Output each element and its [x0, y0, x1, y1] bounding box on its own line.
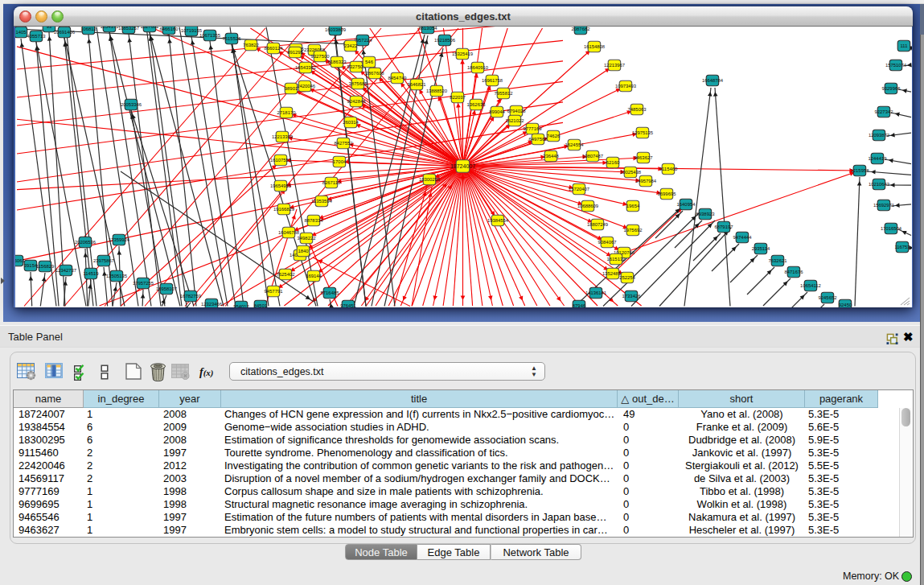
- svg-text:12213309: 12213309: [272, 134, 293, 139]
- svg-text:16154808: 16154808: [584, 44, 606, 49]
- svg-text:14136141: 14136141: [585, 290, 606, 295]
- svg-text:822037: 822037: [450, 95, 466, 100]
- svg-text:2867608: 2867608: [366, 71, 385, 76]
- svg-text:546: 546: [365, 60, 374, 64]
- svg-text:8878334: 8878334: [305, 218, 324, 223]
- svg-text:1733426: 1733426: [622, 294, 642, 299]
- svg-text:1362635: 1362635: [467, 102, 487, 107]
- svg-text:6466160: 6466160: [160, 27, 179, 31]
- svg-text:16648784: 16648784: [702, 78, 724, 83]
- svg-text:19166829: 19166829: [273, 207, 294, 212]
- svg-text:10807487: 10807487: [582, 154, 603, 159]
- svg-text:106812: 106812: [80, 27, 97, 31]
- svg-text:10654112: 10654112: [800, 283, 821, 288]
- svg-text:15720407: 15720407: [569, 187, 589, 192]
- svg-text:116753: 116753: [894, 245, 910, 249]
- svg-text:1975692: 1975692: [624, 228, 643, 233]
- svg-text:114519: 114519: [83, 271, 98, 276]
- svg-text:16782759: 16782759: [180, 294, 201, 299]
- svg-text:10958107: 10958107: [156, 286, 177, 291]
- svg-text:2718170: 2718170: [277, 110, 297, 115]
- svg-text:8938923: 8938923: [696, 212, 716, 216]
- svg-text:12505135: 12505135: [106, 274, 128, 278]
- svg-text:10025438: 10025438: [620, 170, 642, 175]
- svg-text:9242848: 9242848: [347, 99, 367, 104]
- svg-text:9227342: 9227342: [875, 109, 893, 114]
- svg-text:10688609: 10688609: [577, 204, 598, 208]
- svg-text:18807249: 18807249: [587, 222, 608, 227]
- svg-text:111: 111: [901, 43, 908, 48]
- svg-text:2087682: 2087682: [572, 27, 590, 31]
- svg-text:12213967: 12213967: [604, 63, 625, 68]
- svg-text:16033809: 16033809: [325, 27, 346, 32]
- svg-text:2935114: 2935114: [752, 246, 770, 251]
- svg-text:18300295: 18300295: [419, 177, 441, 182]
- svg-text:9115460: 9115460: [659, 167, 678, 171]
- svg-text:7515526: 7515526: [223, 36, 242, 41]
- svg-text:3875685: 3875685: [349, 81, 368, 86]
- svg-text:1621022: 1621022: [506, 118, 524, 123]
- svg-text:8427552: 8427552: [335, 141, 353, 146]
- svg-text:4055713: 4055713: [27, 34, 47, 39]
- svg-text:16107553: 16107553: [270, 158, 292, 163]
- svg-text:16961758: 16961758: [482, 78, 503, 83]
- svg-text:19654955: 19654955: [270, 183, 292, 188]
- svg-text:6794028: 6794028: [507, 109, 527, 113]
- svg-text:1215958: 1215958: [851, 168, 870, 173]
- svg-text:954012: 954012: [233, 304, 249, 307]
- svg-text:899044: 899044: [489, 109, 505, 114]
- svg-text:8471676: 8471676: [785, 270, 804, 274]
- svg-text:19654: 19654: [626, 204, 640, 208]
- svg-text:10210643: 10210643: [869, 182, 890, 187]
- svg-text:23422: 23422: [344, 43, 357, 48]
- svg-text:8267110: 8267110: [322, 180, 341, 185]
- svg-text:15325419: 15325419: [452, 51, 473, 56]
- svg-text:20206536: 20206536: [75, 240, 97, 245]
- svg-text:9699695: 9699695: [658, 192, 677, 196]
- svg-text:1405: 1405: [15, 30, 27, 35]
- svg-text:6497568: 6497568: [529, 137, 548, 142]
- svg-text:8660124: 8660124: [265, 46, 284, 51]
- svg-text:1615132: 1615132: [607, 257, 626, 262]
- svg-text:17359924: 17359924: [109, 237, 130, 242]
- svg-text:891295: 891295: [287, 50, 303, 55]
- svg-text:9777169: 9777169: [524, 126, 542, 131]
- svg-text:9457791: 9457791: [265, 289, 283, 294]
- svg-text:1156829: 1156829: [36, 264, 55, 269]
- svg-text:12975135: 12975135: [632, 130, 654, 135]
- svg-text:93: 93: [47, 27, 52, 29]
- svg-text:62160: 62160: [606, 160, 620, 165]
- svg-text:10671355: 10671355: [199, 33, 221, 38]
- svg-text:1624554: 1624554: [565, 142, 585, 147]
- svg-text:1527602: 1527602: [141, 27, 159, 29]
- svg-text:252254: 252254: [619, 275, 635, 280]
- svg-text:16543362: 16543362: [295, 65, 316, 70]
- svg-text:763822: 763822: [243, 43, 259, 47]
- svg-text:9646821: 9646821: [408, 82, 426, 87]
- svg-text:8813054: 8813054: [419, 27, 438, 31]
- svg-text:74626: 74626: [547, 134, 561, 138]
- svg-text:12342737: 12342737: [55, 268, 76, 273]
- svg-text:23975867: 23975867: [93, 258, 114, 263]
- svg-text:260314: 260314: [343, 120, 359, 125]
- svg-text:10853257: 10853257: [118, 27, 139, 31]
- svg-text:19218506: 19218506: [434, 38, 456, 43]
- svg-text:98901: 98901: [285, 86, 298, 91]
- svg-text:6879197: 6879197: [715, 225, 733, 229]
- svg-text:9474444: 9474444: [733, 235, 753, 240]
- svg-text:12323466: 12323466: [201, 302, 223, 307]
- svg-text:9463627: 9463627: [634, 155, 653, 160]
- svg-text:5716485: 5716485: [321, 290, 340, 295]
- svg-text:9084067: 9084067: [598, 240, 617, 245]
- svg-text:15751074: 15751074: [885, 63, 907, 68]
- svg-text:7955812: 7955812: [495, 91, 513, 96]
- svg-text:92450: 92450: [839, 303, 852, 307]
- svg-text:17016504: 17016504: [881, 226, 902, 231]
- svg-text:13888520: 13888520: [426, 89, 448, 93]
- svg-text:18640910: 18640910: [467, 65, 489, 70]
- svg-text:11353594: 11353594: [311, 199, 332, 204]
- svg-text:976451: 976451: [340, 303, 356, 307]
- svg-text:7632621: 7632621: [769, 258, 787, 263]
- svg-text:1640954: 1640954: [677, 202, 696, 207]
- svg-text:10973493: 10973493: [615, 84, 637, 89]
